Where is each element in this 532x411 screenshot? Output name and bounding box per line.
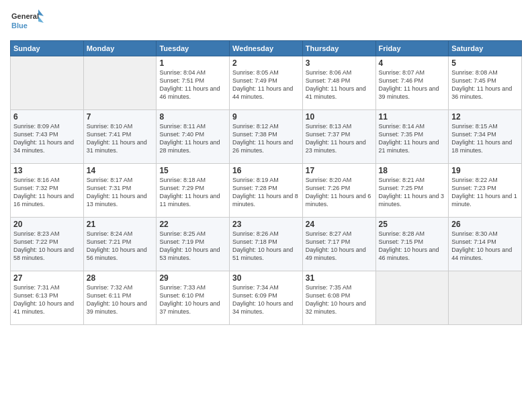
day-cell: 12Sunrise: 8:15 AM Sunset: 7:34 PM Dayli… [449,110,522,164]
calendar-header: SundayMondayTuesdayWednesdayThursdayFrid… [11,41,522,56]
day-info: Sunrise: 8:23 AM Sunset: 7:22 PM Dayligh… [13,230,81,263]
day-info: Sunrise: 8:16 AM Sunset: 7:32 PM Dayligh… [13,176,81,209]
day-info: Sunrise: 8:06 AM Sunset: 7:48 PM Dayligh… [306,68,373,101]
day-number: 16 [232,166,300,175]
day-cell: 31Sunrise: 7:35 AM Sunset: 6:08 PM Dayli… [302,271,375,325]
day-info: Sunrise: 7:31 AM Sunset: 6:13 PM Dayligh… [13,283,81,316]
day-cell [83,56,157,110]
week-row-4: 20Sunrise: 8:23 AM Sunset: 7:22 PM Dayli… [11,218,522,271]
day-cell: 16Sunrise: 8:19 AM Sunset: 7:28 PM Dayli… [230,164,303,218]
day-cell: 30Sunrise: 7:34 AM Sunset: 6:09 PM Dayli… [230,271,303,325]
day-info: Sunrise: 8:04 AM Sunset: 7:51 PM Dayligh… [159,68,226,101]
day-cell: 24Sunrise: 8:27 AM Sunset: 7:17 PM Dayli… [302,218,375,271]
weekday-header-monday: Monday [83,41,157,56]
page: General Blue SundayMondayTuesdayWednesda… [0,0,532,411]
day-info: Sunrise: 8:27 AM Sunset: 7:17 PM Dayligh… [306,230,373,263]
day-cell: 19Sunrise: 8:22 AM Sunset: 7:23 PM Dayli… [449,164,522,218]
day-info: Sunrise: 8:24 AM Sunset: 7:21 PM Dayligh… [87,230,154,263]
day-info: Sunrise: 8:09 AM Sunset: 7:43 PM Dayligh… [13,122,81,155]
day-number: 10 [306,112,373,122]
day-cell: 2Sunrise: 8:05 AM Sunset: 7:49 PM Daylig… [230,56,303,110]
day-info: Sunrise: 7:32 AM Sunset: 6:11 PM Dayligh… [87,283,154,316]
day-info: Sunrise: 8:25 AM Sunset: 7:19 PM Dayligh… [159,230,226,263]
day-number: 30 [232,273,300,283]
day-cell: 18Sunrise: 8:21 AM Sunset: 7:25 PM Dayli… [375,164,449,218]
day-cell: 22Sunrise: 8:25 AM Sunset: 7:19 PM Dayli… [157,218,230,271]
day-number: 19 [451,166,519,175]
day-cell: 20Sunrise: 8:23 AM Sunset: 7:22 PM Dayli… [11,218,84,271]
day-cell: 9Sunrise: 8:12 AM Sunset: 7:38 PM Daylig… [230,110,303,164]
day-cell: 17Sunrise: 8:20 AM Sunset: 7:26 PM Dayli… [302,164,375,218]
week-row-1: 1Sunrise: 8:04 AM Sunset: 7:51 PM Daylig… [11,56,522,110]
day-info: Sunrise: 7:35 AM Sunset: 6:08 PM Dayligh… [306,283,373,316]
day-cell: 15Sunrise: 8:18 AM Sunset: 7:29 PM Dayli… [157,164,230,218]
day-info: Sunrise: 8:07 AM Sunset: 7:46 PM Dayligh… [379,68,446,101]
day-info: Sunrise: 8:22 AM Sunset: 7:23 PM Dayligh… [451,176,519,209]
day-info: Sunrise: 8:20 AM Sunset: 7:26 PM Dayligh… [306,176,373,209]
week-row-2: 6Sunrise: 8:09 AM Sunset: 7:43 PM Daylig… [11,110,522,164]
svg-marker-3 [38,16,44,23]
day-cell: 23Sunrise: 8:26 AM Sunset: 7:18 PM Dayli… [230,218,303,271]
day-cell [449,271,522,325]
weekday-header-tuesday: Tuesday [157,41,230,56]
day-cell: 5Sunrise: 8:08 AM Sunset: 7:45 PM Daylig… [449,56,522,110]
day-cell: 25Sunrise: 8:28 AM Sunset: 7:15 PM Dayli… [375,218,449,271]
day-number: 9 [232,112,300,122]
day-number: 22 [159,220,226,229]
day-info: Sunrise: 8:19 AM Sunset: 7:28 PM Dayligh… [232,176,300,209]
day-number: 25 [379,220,446,229]
day-info: Sunrise: 8:11 AM Sunset: 7:40 PM Dayligh… [159,122,226,155]
day-number: 15 [159,166,226,175]
weekday-header-sunday: Sunday [11,41,84,56]
day-number: 2 [232,58,300,68]
day-number: 18 [379,166,446,175]
week-row-5: 27Sunrise: 7:31 AM Sunset: 6:13 PM Dayli… [11,271,522,325]
day-cell: 7Sunrise: 8:10 AM Sunset: 7:41 PM Daylig… [83,110,157,164]
day-info: Sunrise: 7:34 AM Sunset: 6:09 PM Dayligh… [232,283,300,316]
day-info: Sunrise: 7:33 AM Sunset: 6:10 PM Dayligh… [159,283,226,316]
calendar-body: 1Sunrise: 8:04 AM Sunset: 7:51 PM Daylig… [11,56,522,325]
svg-marker-2 [38,9,44,16]
day-number: 31 [306,273,373,283]
day-cell: 6Sunrise: 8:09 AM Sunset: 7:43 PM Daylig… [11,110,84,164]
day-number: 8 [159,112,226,122]
day-info: Sunrise: 8:17 AM Sunset: 7:31 PM Dayligh… [87,176,154,209]
day-cell: 3Sunrise: 8:06 AM Sunset: 7:48 PM Daylig… [302,56,375,110]
day-cell: 8Sunrise: 8:11 AM Sunset: 7:40 PM Daylig… [157,110,230,164]
day-cell: 21Sunrise: 8:24 AM Sunset: 7:21 PM Dayli… [83,218,157,271]
day-number: 3 [306,58,373,68]
day-cell: 10Sunrise: 8:13 AM Sunset: 7:37 PM Dayli… [302,110,375,164]
day-number: 29 [159,273,226,283]
day-number: 6 [13,112,81,122]
day-info: Sunrise: 8:21 AM Sunset: 7:25 PM Dayligh… [379,176,446,209]
calendar-table: SundayMondayTuesdayWednesdayThursdayFrid… [10,40,522,325]
day-info: Sunrise: 8:30 AM Sunset: 7:14 PM Dayligh… [451,230,519,263]
day-cell [11,56,84,110]
day-cell: 11Sunrise: 8:14 AM Sunset: 7:35 PM Dayli… [375,110,449,164]
day-cell: 28Sunrise: 7:32 AM Sunset: 6:11 PM Dayli… [83,271,157,325]
day-info: Sunrise: 8:28 AM Sunset: 7:15 PM Dayligh… [379,230,446,263]
day-info: Sunrise: 8:18 AM Sunset: 7:29 PM Dayligh… [159,176,226,209]
svg-text:Blue: Blue [11,21,28,30]
day-cell: 29Sunrise: 7:33 AM Sunset: 6:10 PM Dayli… [157,271,230,325]
weekday-header-wednesday: Wednesday [230,41,303,56]
day-number: 7 [87,112,154,122]
day-info: Sunrise: 8:14 AM Sunset: 7:35 PM Dayligh… [379,122,446,155]
day-number: 21 [87,220,154,229]
day-cell [375,271,449,325]
day-number: 23 [232,220,300,229]
day-number: 13 [13,166,81,175]
day-info: Sunrise: 8:12 AM Sunset: 7:38 PM Dayligh… [232,122,300,155]
day-info: Sunrise: 8:08 AM Sunset: 7:45 PM Dayligh… [451,68,519,101]
day-number: 20 [13,220,81,229]
day-number: 5 [451,58,519,68]
day-number: 11 [379,112,446,122]
week-row-3: 13Sunrise: 8:16 AM Sunset: 7:32 PM Dayli… [11,164,522,218]
day-number: 4 [379,58,446,68]
day-info: Sunrise: 8:26 AM Sunset: 7:18 PM Dayligh… [232,230,300,263]
logo: General Blue [10,7,44,36]
day-cell: 26Sunrise: 8:30 AM Sunset: 7:14 PM Dayli… [449,218,522,271]
day-number: 1 [159,58,226,68]
day-number: 28 [87,273,154,283]
day-info: Sunrise: 8:15 AM Sunset: 7:34 PM Dayligh… [451,122,519,155]
